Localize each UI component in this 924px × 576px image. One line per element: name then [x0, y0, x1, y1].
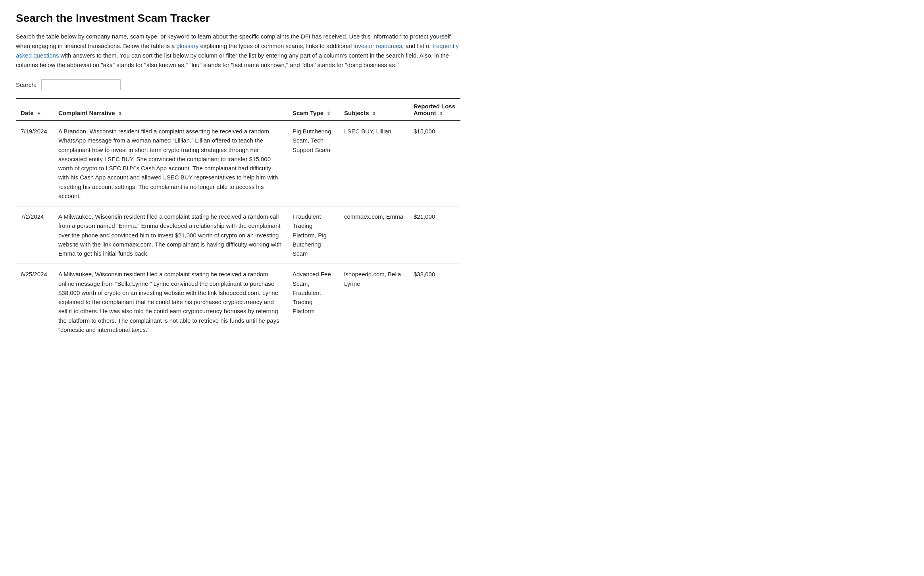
search-label: Search:: [16, 81, 37, 88]
cell-date: 6/25/2024: [16, 264, 54, 340]
table-body: 7/19/2024A Brandon, Wisconsin resident f…: [16, 121, 460, 340]
search-input[interactable]: [41, 79, 121, 90]
page-title: Search the Investment Scam Tracker: [16, 12, 460, 25]
table-header-row: Date ▼ Complaint Narrative ⇕ Scam Type ⇕…: [16, 98, 460, 121]
intro-paragraph: Search the table below by company name, …: [16, 32, 460, 70]
cell-subjects: LSEC BUY, Lillian: [339, 121, 409, 206]
table-row: 7/19/2024A Brandon, Wisconsin resident f…: [16, 121, 460, 206]
cell-narrative: A Brandon, Wisconsin resident filed a co…: [54, 121, 288, 206]
cell-date: 7/19/2024: [16, 121, 54, 206]
cell-loss-amount: $38,000: [409, 264, 460, 340]
th-scam-type[interactable]: Scam Type ⇕: [288, 98, 339, 121]
th-subjects[interactable]: Subjects ⇕: [339, 98, 409, 121]
cell-narrative: A Milwaukee, Wisconsin resident filed a …: [54, 264, 288, 340]
subjects-sort-icon[interactable]: ⇕: [372, 111, 376, 116]
th-date[interactable]: Date ▼: [16, 98, 54, 121]
cell-date: 7/2/2024: [16, 206, 54, 264]
cell-subjects: commaex.com, Emma: [339, 206, 409, 264]
table-row: 6/25/2024A Milwaukee, Wisconsin resident…: [16, 264, 460, 340]
search-row: Search:: [16, 79, 460, 90]
cell-subjects: lshopeedd.com, Bella Lynne: [339, 264, 409, 340]
th-narrative[interactable]: Complaint Narrative ⇕: [54, 98, 288, 121]
intro-text-part3: , and list of: [402, 42, 433, 49]
cell-scam-type: Pig Butchering Scam, Tech Support Scam: [288, 121, 339, 206]
cell-scam-type: Fraudulent Trading Platform, Pig Butcher…: [288, 206, 339, 264]
cell-loss-amount: $15,000: [409, 121, 460, 206]
scam-type-sort-icon[interactable]: ⇕: [327, 111, 330, 116]
scam-tracker-table: Date ▼ Complaint Narrative ⇕ Scam Type ⇕…: [16, 98, 460, 340]
th-loss-amount[interactable]: Reported Loss Amount ⇕: [409, 98, 460, 121]
intro-text-part2: explaining the types of common scams, li…: [198, 42, 353, 49]
cell-loss-amount: $21,000: [409, 206, 460, 264]
cell-narrative: A Milwaukee, Wisconsin resident filed a …: [54, 206, 288, 264]
narrative-sort-icon[interactable]: ⇕: [118, 111, 122, 116]
loss-sort-icon[interactable]: ⇕: [439, 111, 443, 116]
cell-scam-type: Advanced Fee Scam, Fraudulent Trading Pl…: [288, 264, 339, 340]
date-sort-icon[interactable]: ▼: [37, 111, 41, 116]
table-row: 7/2/2024A Milwaukee, Wisconsin resident …: [16, 206, 460, 264]
glossary-link[interactable]: glossary: [176, 42, 198, 49]
investor-resources-link[interactable]: investor resources: [353, 42, 402, 49]
intro-text-part4: with answers to them. You can sort the l…: [16, 52, 449, 68]
